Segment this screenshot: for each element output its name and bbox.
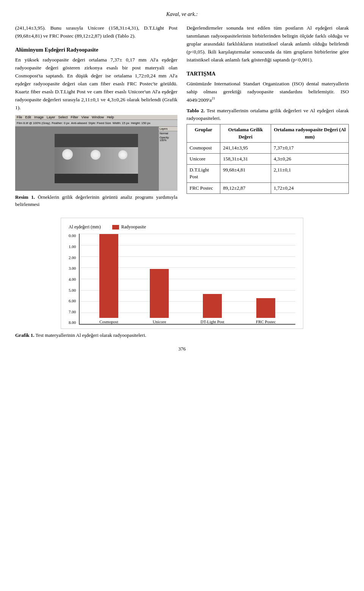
ps-menubar: File Edit Image Layer Select Filter View… — [15, 115, 177, 120]
radiograph-image — [55, 134, 138, 183]
dark-band-top — [55, 134, 138, 147]
bar-label-unicore: Unicore — [153, 319, 166, 324]
table-row: Cosmopost 241,14±3,95 7,37±0,17 — [187, 142, 349, 153]
td-unicore-radio: 4,3±0,26 — [271, 154, 348, 165]
table-header-row: Gruplar Ortalama Grilik Değeri Ortalama … — [187, 124, 349, 142]
table-caption-bold: Tablo 2. — [187, 108, 205, 113]
chart-legend-label: Radyoopasite — [121, 224, 146, 230]
ps-window: File Edit Image Layer Select Filter View… — [15, 115, 177, 191]
right-para2-text: Günümüzde International Standart Organiz… — [187, 81, 349, 102]
bar-group-frc: FRC Postec — [256, 298, 276, 324]
table-row: D.T.Light Post 99,68±4,81 2,11±0,1 — [187, 165, 349, 182]
resim-label: Resim 1. — [15, 194, 35, 200]
td-dtlight-radio: 2,11±0,1 — [271, 165, 348, 182]
bar-frc — [256, 298, 275, 318]
chart-legend: Radyoopasite — [112, 224, 146, 230]
bar-label-dtlight: DT-Light Post — [201, 319, 224, 324]
resim-caption-text: Örneklerin grilik değerlerinin görüntü a… — [15, 194, 177, 207]
bar-label-cosmopost: Cosmopost — [99, 319, 118, 324]
td-unicore-name: Unicore — [187, 154, 220, 165]
bar-group-dtlight: DT-Light Post — [201, 294, 224, 324]
iso-superscript: 21 — [212, 96, 215, 100]
tartisma-heading: TARTIŞMA — [187, 69, 349, 78]
right-para1: Değerlendirmeler sonunda test edilen tüm… — [187, 24, 349, 64]
aluminyum-heading: Alüminyum Eşdeğeri Radyoopasite — [15, 46, 177, 54]
left-para2: En yüksek radyoopasite değeri ortalama 7… — [15, 56, 177, 112]
bar-dtlight — [203, 294, 222, 318]
td-cosmopost-radio: 7,37±0,17 — [271, 142, 348, 153]
photoshop-image: File Edit Image Layer Select Filter View… — [15, 115, 177, 191]
page-number: 376 — [15, 346, 349, 352]
y-tick-100: 1.00 — [69, 245, 76, 249]
bar-group-cosmopost: Cosmopost — [99, 234, 118, 324]
y-tick-500: 5.00 — [69, 288, 76, 292]
bar-group-unicore: Unicore — [150, 269, 169, 324]
page-header: Kaval, ve ark.: — [15, 11, 349, 17]
table-row: FRC Postec 89,12±2,87 1,72±0,24 — [187, 182, 349, 193]
y-tick-800: 8.00 — [69, 321, 76, 325]
chart-y-label: Al eşdeğeri (mm) — [69, 224, 101, 230]
table-head: Gruplar Ortalama Grilik Değeri Ortalama … — [187, 124, 349, 142]
dark-band-bottom — [55, 174, 138, 183]
y-tick-700: 7.00 — [69, 310, 76, 314]
chart-bars-area: Cosmopost Unicore DT-Light Post FRC Post… — [79, 234, 295, 325]
th-ortalama-radyoopasite: Ortalama radyoopasite Değeri (Al mm) — [271, 124, 348, 142]
left-para1: (241,14±3,95). Bunu sırasıyla Unicore (1… — [15, 24, 177, 40]
chart-y-axis: 8.00 7.00 6.00 5.00 4.00 3.00 2.00 1.00 … — [69, 234, 76, 325]
td-dtlight-name: D.T.Light Post — [187, 165, 220, 182]
y-tick-000: 0.00 — [69, 234, 76, 238]
bar-unicore — [150, 269, 169, 318]
chart-area: Al eşdeğeri (mm) Radyoopasite 8.00 7.00 … — [61, 218, 303, 329]
bars-row: Cosmopost Unicore DT-Light Post FRC Post… — [83, 234, 292, 324]
y-tick-300: 3.00 — [69, 266, 76, 270]
y-tick-400: 4.00 — [69, 277, 76, 281]
ps-panels: Layers Normal Opacity: 100% — [158, 127, 177, 191]
td-frc-radio: 1,72±0,24 — [271, 182, 348, 193]
bar-cosmopost — [99, 234, 118, 318]
table-caption: Tablo 2. Test materyallerinin ortalama g… — [187, 107, 349, 122]
table-row: Unicore 158,31±4,31 4,3±0,26 — [187, 154, 349, 165]
legend-color-box — [112, 225, 119, 229]
ps-canvas — [55, 134, 138, 183]
bar-label-frc: FRC Postec — [256, 319, 276, 324]
td-frc-name: FRC Postec — [187, 182, 220, 193]
y-tick-200: 2.00 — [69, 256, 76, 260]
y-tick-600: 6.00 — [69, 299, 76, 303]
ps-toolbar: Film 8.tif @ 100% (Gray) Feather: 0 px A… — [15, 120, 177, 127]
grafik-caption: Grafik 1. Test materyallerinin Al eşdeğe… — [15, 332, 349, 339]
td-dtlight-grilik: 99,68±4,81 — [220, 165, 271, 182]
data-table: Gruplar Ortalama Grilik Değeri Ortalama … — [187, 124, 349, 193]
th-ortalama-grilik: Ortalama Grilik Değeri — [220, 124, 271, 142]
ps-content: Layers Normal Opacity: 100% — [15, 127, 177, 191]
td-frc-grilik: 89,12±2,87 — [220, 182, 271, 193]
chart-body: 8.00 7.00 6.00 5.00 4.00 3.00 2.00 1.00 … — [69, 234, 295, 325]
grafik-caption-bold: Grafik 1. — [15, 332, 35, 338]
header-text: Kaval, ve ark.: — [166, 11, 198, 17]
two-column-layout: (241,14±3,95). Bunu sırasıyla Unicore (1… — [15, 24, 349, 210]
td-cosmopost-name: Cosmopost — [187, 142, 220, 153]
td-unicore-grilik: 158,31±4,31 — [220, 154, 271, 165]
bottom-section: Al eşdeğeri (mm) Radyoopasite 8.00 7.00 … — [15, 218, 349, 339]
right-column: Değerlendirmeler sonunda test edilen tüm… — [187, 24, 349, 210]
table-body: Cosmopost 241,14±3,95 7,37±0,17 Unicore … — [187, 142, 349, 193]
table-caption-text: Test materyallerinin ortalama grilik değ… — [187, 108, 349, 121]
th-gruplar: Gruplar — [187, 124, 220, 142]
grafik-caption-text: Test materyallerinin Al eşdeğeri olarak … — [35, 332, 146, 338]
chart-title-row: Al eşdeğeri (mm) Radyoopasite — [69, 224, 295, 230]
td-cosmopost-grilik: 241,14±3,95 — [220, 142, 271, 153]
resim-caption: Resim 1. Örneklerin grilik değerlerinin … — [15, 194, 177, 208]
left-column: (241,14±3,95). Bunu sırasıyla Unicore (1… — [15, 24, 177, 210]
right-para2: Günümüzde International Standart Organiz… — [187, 80, 349, 104]
